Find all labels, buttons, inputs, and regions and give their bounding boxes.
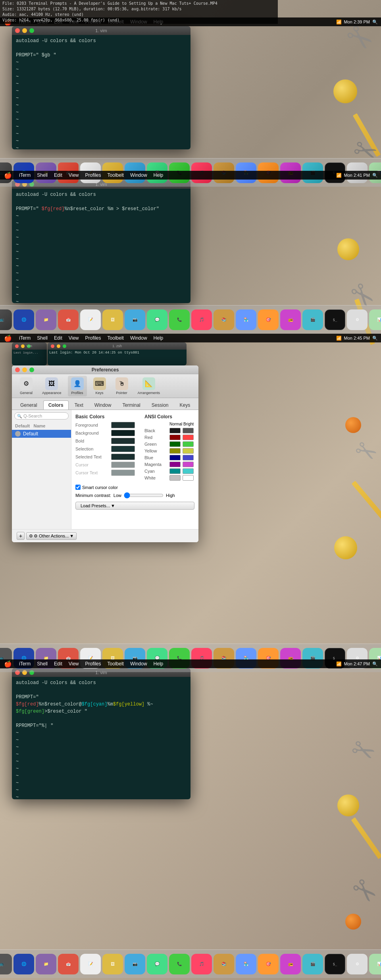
color-swatch-sel-text[interactable] [111,454,135,460]
dock-icon-4-4[interactable]: 📁 [36,954,56,974]
dock-icon-11-2[interactable]: 🎵 [191,309,212,330]
dock-icon-14-2[interactable]: 🎯 [258,309,279,330]
dock-icon-11-4[interactable]: 🎵 [191,954,212,974]
prefs-profiles-btn[interactable]: 👤 Profiles [68,376,87,396]
menu-profiles-3[interactable]: Profiles [82,335,104,341]
menu-shell-2[interactable]: Shell [34,172,51,178]
dock-icon-3-2[interactable]: 🌐 [13,309,34,330]
menu-profiles-2[interactable]: Profiles [82,172,104,178]
min-contrast-slider[interactable] [124,492,164,499]
search-icon-3[interactable]: 🔍 [372,336,378,341]
dock-icon-5-4[interactable]: 📅 [58,954,79,974]
ansi-normal-red[interactable] [169,435,181,440]
prefs-tab-colors[interactable]: Colors [43,400,69,410]
dock-icon-6-2[interactable]: 📝 [80,309,101,330]
dock-icon-18-2[interactable]: ⚙ [347,309,368,330]
search-icon-4[interactable]: 🔍 [372,661,378,667]
dock-icon-6-4[interactable]: 📝 [80,954,101,974]
menu-toolbelt-3[interactable]: Toolbelt [104,335,127,341]
apple-menu-3[interactable]: 🍎 [0,334,16,342]
dock-icon-7-2[interactable]: 🖼 [102,309,123,330]
dock-icon-5-2[interactable]: 📅 [58,309,79,330]
menu-help-2[interactable]: Help [150,172,167,178]
prefs-sidebar-item-default[interactable]: Default [12,430,71,438]
apple-menu-4[interactable]: 🍎 [0,660,16,668]
menu-window-3[interactable]: Window [127,335,150,341]
terminal-body-1[interactable]: autoload -U colors && colors PROMPT=" $g… [12,35,190,149]
prefs-tab-terminal[interactable]: Terminal [117,400,145,410]
traffic-lights-prefs[interactable] [15,367,34,372]
menu-iterm-3[interactable]: iTerm [16,335,34,341]
color-swatch-bg[interactable] [111,430,135,436]
menu-view-4[interactable]: View [65,661,82,667]
dock-icon-9-2[interactable]: 💬 [147,309,167,330]
prefs-pointer-btn[interactable]: 🖱 Pointer [112,376,131,396]
prefs-tab-advanced[interactable]: Advanced [196,400,198,410]
close-btn-small[interactable] [15,344,19,348]
dock-icon-7-4[interactable]: 🖼 [102,954,123,974]
dock-icon-2-4[interactable]: 📺 [0,954,12,974]
minimize-btn-1[interactable] [22,28,27,33]
ansi-normal-black[interactable] [169,428,181,433]
ansi-normal-yellow[interactable] [169,448,181,454]
menu-edit-2[interactable]: Edit [51,172,65,178]
prefs-tab-text[interactable]: Text [69,400,89,410]
menu-profiles-4[interactable]: Profiles [82,661,104,667]
menu-shell-3[interactable]: Shell [34,335,51,341]
ansi-bright-yellow[interactable] [183,448,194,454]
apple-menu-2[interactable]: 🍎 [0,172,16,179]
menu-iterm-2[interactable]: iTerm [16,172,34,178]
menu-iterm-4[interactable]: iTerm [16,661,34,667]
dock-icon-15-4[interactable]: 📻 [280,954,301,974]
color-swatch-selection[interactable] [111,446,135,452]
maximize-btn-zsh[interactable] [63,344,66,348]
prefs-add-profile-btn[interactable]: + [17,532,25,540]
dock-icon-8-2[interactable]: 📷 [125,309,145,330]
ansi-bright-red[interactable] [183,435,194,440]
dock-icon-18-4[interactable]: ⚙ [347,954,368,974]
search-icon-1[interactable]: 🔍 [372,19,378,25]
dock-icon-14-4[interactable]: 🎯 [258,954,279,974]
dock-icon-15-2[interactable]: 📻 [280,309,301,330]
ansi-normal-white[interactable] [169,475,181,481]
ansi-normal-blue[interactable] [169,455,181,460]
dock-icon-2-2[interactable]: 📺 [0,309,12,330]
ansi-bright-blue[interactable] [183,455,194,460]
minimize-btn-zsh[interactable] [57,344,60,348]
prefs-tab-general[interactable]: General [15,400,42,410]
dock-icon-19-4[interactable]: 📊 [369,954,381,974]
menu-edit-3[interactable]: Edit [51,335,65,341]
smart-cursor-checkbox[interactable] [75,485,81,490]
dock-icon-term-2[interactable]: $_ [325,309,345,330]
maximize-btn-prefs[interactable] [29,367,34,372]
terminal-body-small[interactable]: Last login... [12,350,47,365]
menu-edit-4[interactable]: Edit [51,661,65,667]
prefs-tab-window[interactable]: Window [89,400,117,410]
terminal-body-zsh[interactable]: Last login: Mon Oct 20 14:44:25 on ttys0… [48,350,187,365]
menu-view-2[interactable]: View [65,172,82,178]
dock-icon-13-2[interactable]: 🏪 [236,309,256,330]
menu-toolbelt-4[interactable]: Toolbelt [104,661,127,667]
prefs-tab-session[interactable]: Session [146,400,174,410]
search-icon-2[interactable]: 🔍 [372,173,378,178]
prefs-search-box[interactable]: 🔍 Q-Search [14,412,69,419]
prefs-general-btn[interactable]: ⚙ General [17,376,36,396]
close-btn-zsh[interactable] [51,344,54,348]
prefs-appearance-btn[interactable]: 🖼 Appearance [39,376,65,396]
dock-icon-3-4[interactable]: 🌐 [13,954,34,974]
traffic-lights-1[interactable] [15,28,34,33]
dock-icon-12-2[interactable]: 📚 [214,309,234,330]
menu-help-4[interactable]: Help [150,661,167,667]
dock-icon-10-4[interactable]: 📞 [169,954,190,974]
ansi-bright-black[interactable] [183,428,194,433]
dock-icon-16-2[interactable]: 🎬 [302,309,323,330]
dock-icon-13-4[interactable]: 🏪 [236,954,256,974]
dock-icon-16-4[interactable]: 🎬 [302,954,323,974]
traffic-lights-zsh[interactable] [51,344,66,348]
dock-icon-19-2[interactable]: 📊 [369,309,381,330]
prefs-tab-keys[interactable]: Keys [174,400,195,410]
prefs-other-actions-btn[interactable]: ⚙ ⚙ Other Actions... ▼ [26,532,77,540]
close-btn-1[interactable] [15,28,20,33]
dock-icon-9-4[interactable]: 💬 [147,954,167,974]
close-btn-prefs[interactable] [15,367,20,372]
